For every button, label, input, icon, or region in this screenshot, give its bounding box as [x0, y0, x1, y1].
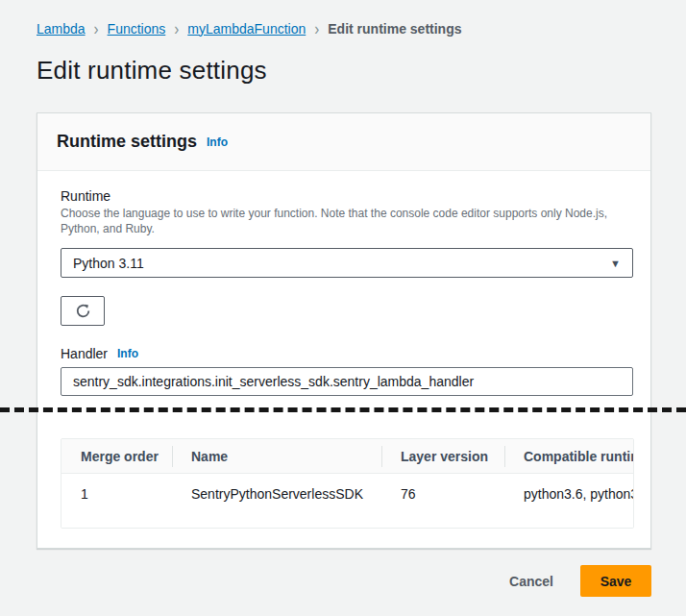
handler-input[interactable] — [61, 367, 633, 396]
handler-label-row: Handler Info — [61, 346, 138, 361]
page-title: Edit runtime settings — [37, 56, 267, 86]
column-header-merge-order: Merge order — [61, 439, 172, 474]
cancel-button[interactable]: Cancel — [500, 566, 563, 597]
runtime-select[interactable]: Python 3.11 ▼ — [61, 248, 633, 278]
cell-layer-name: SentryPythonServerlessSDK — [172, 474, 381, 502]
cell-layer-version: 76 — [381, 474, 504, 502]
column-header-layer-version: Layer version — [381, 439, 504, 474]
cell-compatible-runtimes: python3.6, python3.7 — [504, 474, 634, 502]
edit-runtime-settings-page: Lambda › Functions › myLambdaFunction › … — [0, 0, 686, 616]
breadcrumb-link-lambda[interactable]: Lambda — [37, 21, 86, 37]
breadcrumb-current-page: Edit runtime settings — [328, 21, 461, 37]
card-title: Runtime settings — [57, 132, 197, 152]
column-header-compatible-runtimes: Compatible runtimes — [504, 439, 634, 474]
runtime-settings-info-link[interactable]: Info — [207, 136, 228, 149]
save-button[interactable]: Save — [580, 565, 651, 597]
column-header-name: Name — [172, 439, 381, 474]
footer-actions: Cancel Save — [37, 565, 651, 597]
refresh-icon — [75, 303, 91, 319]
chevron-down-icon: ▼ — [610, 258, 621, 269]
handler-info-link[interactable]: Info — [117, 347, 138, 360]
handler-field-label: Handler — [61, 346, 108, 361]
runtime-field-description: Choose the language to use to write your… — [61, 206, 624, 236]
runtime-field-label: Runtime — [61, 188, 110, 204]
breadcrumb-separator-icon: › — [94, 18, 99, 38]
runtime-settings-card: Runtime settings Info Runtime Choose the… — [37, 112, 651, 549]
breadcrumb: Lambda › Functions › myLambdaFunction › … — [37, 20, 461, 37]
layers-table-header-row: Merge order Name Layer version Compatibl… — [61, 439, 634, 474]
breadcrumb-separator-icon: › — [314, 18, 319, 38]
card-header: Runtime settings Info — [37, 113, 650, 171]
cell-merge-order: 1 — [61, 474, 172, 502]
table-row: 1 SentryPythonServerlessSDK 76 python3.6… — [61, 474, 634, 528]
breadcrumb-link-functions[interactable]: Functions — [108, 21, 166, 37]
runtime-selected-value: Python 3.11 — [73, 256, 610, 271]
layers-table: Merge order Name Layer version Compatibl… — [61, 438, 634, 529]
breadcrumb-separator-icon: › — [174, 18, 179, 38]
refresh-runtimes-button[interactable] — [61, 296, 105, 326]
breadcrumb-link-mylambdafunction[interactable]: myLambdaFunction — [187, 21, 306, 37]
screenshot-splice-dashed-line — [0, 407, 686, 412]
